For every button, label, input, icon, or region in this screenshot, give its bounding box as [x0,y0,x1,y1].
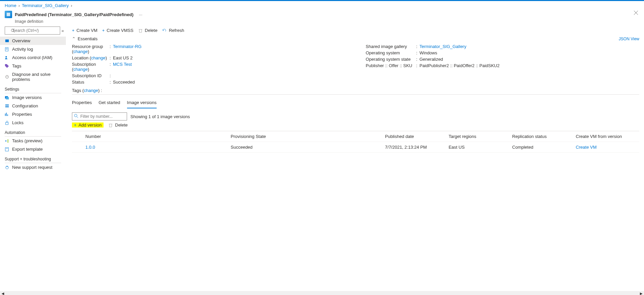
table-header: Number Provisioning State Published date… [72,131,639,142]
sidebar-item-configuration[interactable]: Configuration [0,102,66,110]
value-os: Windows [419,50,639,55]
sidebar-item-overview[interactable]: Overview [0,37,66,45]
sidebar-item-image-versions[interactable]: Image versions [0,93,66,102]
label-tags: Tags [72,88,81,93]
svg-rect-27 [139,29,142,32]
shared-image-gallery-link[interactable]: Terminator_SIG_Gallery [419,44,466,49]
close-button[interactable] [633,9,639,16]
more-actions-button[interactable]: ··· [135,12,143,17]
col-replication[interactable]: Replication status [512,134,576,139]
svg-point-9 [5,56,7,57]
svg-rect-0 [7,13,10,16]
refresh-button[interactable]: Refresh [162,28,184,33]
tab-get-started[interactable]: Get started [98,98,120,108]
tab-properties[interactable]: Properties [72,98,92,108]
support-icon [5,165,9,170]
filter-by-number-input[interactable] [72,112,127,120]
sidebar-item-label: Access control (IAM) [12,55,52,60]
page-content: Home › Terminator_SIG_Gallery › PaidPred… [0,1,644,171]
delete-button: Delete [138,28,158,33]
button-label: Delete [145,28,158,33]
search-icon [74,114,79,118]
col-create-vm[interactable]: Create VM from version [576,134,639,139]
change-tags-link[interactable]: change [84,88,98,93]
button-label: Delete [115,122,128,128]
sidebar-item-activity-log[interactable]: Activity log [0,45,66,53]
sidebar-item-properties[interactable]: Properties [0,110,66,118]
sidebar-item-label: Properties [12,112,32,117]
sidebar-item-tasks[interactable]: Tasks (preview) [0,137,66,145]
resource-group-link[interactable]: Terminator-RG [113,44,142,49]
sidebar-item-label: Image versions [12,95,42,100]
value-publisher-offer-sku: PaidPublisher2 :: PaidOffer2 :: PaidSKU2 [419,63,639,68]
sidebar-item-label: Activity log [12,47,33,52]
plus-icon: + [72,28,75,33]
tags-row: Tags (change) : [72,87,639,95]
essentials-toggle[interactable]: ⌃ Essentials JSON View [72,35,639,43]
breadcrumb-gallery[interactable]: Terminator_SIG_Gallery [22,3,69,8]
svg-point-22 [7,141,9,142]
plus-icon: + [74,122,77,128]
sidebar-item-label: Configuration [12,103,38,108]
svg-point-26 [7,166,8,167]
svg-rect-13 [6,97,9,99]
value-os-state: Generalized [419,57,639,62]
locks-icon [5,120,9,125]
change-rg-link[interactable]: change [73,49,88,54]
col-regions[interactable]: Target regions [449,134,512,139]
table-row[interactable]: 1.0.0 Succeeded 7/7/2021, 2:13:24 PM Eas… [72,142,639,153]
label-subscription-id: Subscription ID [72,73,110,78]
trash-icon [108,123,113,128]
collapse-sidebar-button[interactable]: « [62,28,64,33]
sidebar-group-settings: Settings [0,84,66,93]
resource-type-label: Image definition [15,19,630,24]
add-version-button[interactable]: + Add version [72,122,104,128]
create-vm-button[interactable]: + Create VM [72,28,97,33]
svg-point-29 [74,114,77,117]
label-subscription: Subscription (change) [72,62,110,72]
tab-image-versions[interactable]: Image versions [127,98,157,108]
col-number[interactable]: Number [85,134,231,139]
label-resource-group: Resource group (change) [72,44,110,54]
svg-line-30 [77,117,78,118]
iam-icon [5,55,9,60]
cell-published: 7/7/2021, 2:13:24 PM [385,145,449,150]
sidebar-item-locks[interactable]: Locks [0,118,66,127]
create-vmss-button[interactable]: + Create VMSS [102,28,133,33]
sidebar-item-export-template[interactable]: Export template [0,145,66,153]
image-versions-icon [5,95,9,100]
subscription-link[interactable]: MCS Test [113,62,132,67]
change-subscription-link[interactable]: change [73,67,88,72]
label-os: Operating system [366,50,416,55]
chevron-right-icon: › [18,3,21,8]
create-vm-link[interactable]: Create VM [576,145,639,150]
delete-version-button: Delete [108,122,128,128]
svg-point-3 [11,29,14,32]
versions-table: Number Provisioning State Published date… [72,131,639,153]
body-columns: « Overview Activity log Access control (… [0,24,644,171]
col-published[interactable]: Published date [385,134,449,139]
value-status: Succeeded [113,80,346,85]
sidebar-item-iam[interactable]: Access control (IAM) [0,53,66,62]
breadcrumb-home[interactable]: Home [5,3,16,8]
sidebar-search: « [5,27,61,35]
svg-rect-19 [6,122,8,125]
breadcrumb: Home › Terminator_SIG_Gallery › [0,1,644,9]
sidebar-item-diagnose[interactable]: Diagnose and solve problems [0,70,66,84]
configuration-icon [5,104,9,108]
tags-icon [5,64,9,68]
sidebar-item-label: Export template [12,147,43,152]
version-number-link[interactable]: 1.0.0 [85,145,231,150]
svg-point-21 [7,139,9,141]
change-location-link[interactable]: change [91,55,106,60]
versions-command-bar: + Add version Delete [72,122,639,131]
sidebar-item-tags[interactable]: Tags [0,62,66,70]
main-pane: + Create VM + Create VMSS Delete Refresh… [66,24,644,171]
cell-provisioning: Succeeded [231,145,385,150]
sidebar-item-new-support-request[interactable]: New support request [0,163,66,171]
col-provisioning[interactable]: Provisioning State [231,134,385,139]
json-view-link[interactable]: JSON View [619,37,639,41]
filter-row: Showing 1 of 1 image versions [72,108,639,122]
sidebar-item-label: Overview [12,38,30,43]
button-label: Create VM [77,28,97,33]
